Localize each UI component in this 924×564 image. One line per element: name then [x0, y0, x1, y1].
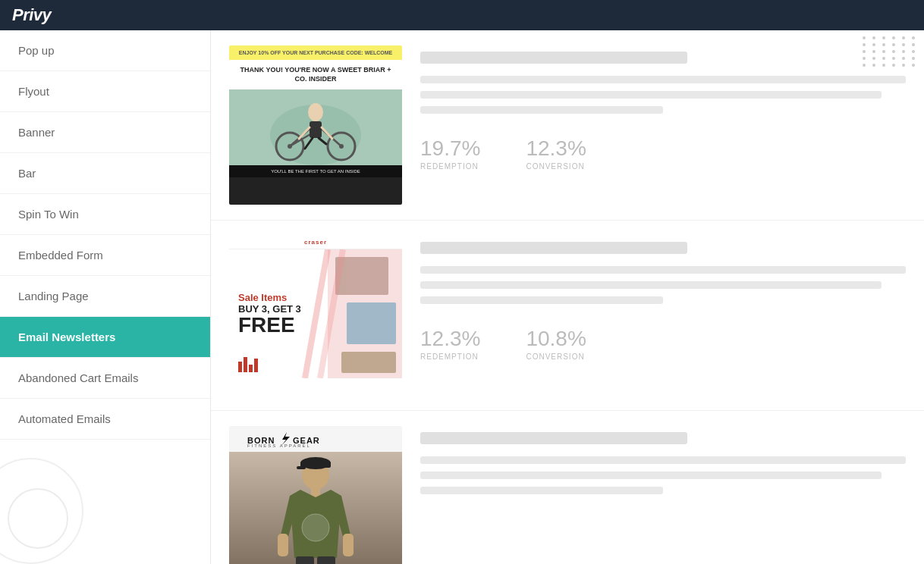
skeleton-title-3 — [420, 432, 687, 444]
stat-value-redemption-2: 12.3% — [420, 327, 480, 351]
campaign-card-2: craser — [211, 221, 924, 411]
campaign-info-1: 19.7% REDEMPTION 12.3% CONVERSION — [420, 45, 906, 205]
brand-header-3: BORN GEAR FITNESS APPAREL — [229, 426, 402, 452]
skeleton-line-4 — [420, 266, 906, 274]
sale-image: Sale Items BUY 3, GET 3 FREE — [229, 249, 402, 378]
decoration-circle-small — [8, 488, 68, 549]
campaign-image-1 — [229, 89, 402, 165]
sidebar-item-banner[interactable]: Banner — [0, 112, 210, 153]
skeleton-line-1 — [420, 76, 906, 83]
main-heading: THANK YOU! YOU'RE NOW A SWEET BRIAR + CO… — [237, 66, 394, 83]
logo: Privy — [12, 5, 51, 25]
sale-line1: Sale Items — [238, 292, 301, 303]
svg-rect-36 — [296, 556, 314, 564]
svg-rect-34 — [278, 534, 288, 556]
brand-logo-3: BORN GEAR FITNESS APPAREL — [234, 431, 398, 447]
sidebar-item-spin-to-win[interactable]: Spin To Win — [0, 194, 210, 235]
campaign-thumbnail-1: ENJOY 10% OFF YOUR NEXT PURCHASE CODE: W… — [229, 45, 402, 205]
skeleton-line-9 — [420, 487, 663, 494]
sale-line3: FREE — [238, 315, 301, 336]
promo-banner: ENJOY 10% OFF YOUR NEXT PURCHASE CODE: W… — [229, 45, 402, 60]
svg-rect-18 — [347, 302, 396, 344]
stat-value-conversion-2: 10.8% — [526, 327, 586, 351]
main-layout: Pop up Flyout Banner Bar Spin To Win Emb… — [0, 30, 924, 564]
dots-decoration — [863, 36, 918, 67]
campaign-thumbnail-2: craser — [229, 236, 402, 395]
stats-row-2: 12.3% REDEMPTION 10.8% CONVERSION — [420, 327, 906, 361]
svg-rect-37 — [317, 556, 335, 564]
svg-rect-10 — [310, 121, 322, 138]
stat-label-conversion-2: CONVERSION — [526, 352, 586, 361]
campaign-card-3: BORN GEAR FITNESS APPAREL — [211, 411, 924, 564]
campaign-card-1: ENJOY 10% OFF YOUR NEXT PURCHASE CODE: W… — [211, 30, 924, 221]
chart-bars — [238, 357, 258, 372]
stat-label-redemption-1: REDEMPTION — [420, 162, 480, 171]
campaign-list: ENJOY 10% OFF YOUR NEXT PURCHASE CODE: W… — [211, 30, 924, 564]
skeleton-line-7 — [420, 456, 906, 464]
stat-redemption-1: 19.7% REDEMPTION — [420, 136, 480, 171]
sidebar-item-embedded-form[interactable]: Embedded Form — [0, 235, 210, 276]
skeleton-line-8 — [420, 472, 882, 479]
svg-rect-31 — [297, 466, 306, 469]
stats-row-1: 19.7% REDEMPTION 12.3% CONVERSION — [420, 136, 906, 171]
skeleton-line-5 — [420, 281, 882, 289]
svg-text:FITNESS    APPAREL: FITNESS APPAREL — [247, 443, 311, 447]
campaign-image-3 — [229, 452, 402, 564]
stat-label-conversion-1: CONVERSION — [526, 162, 586, 171]
stat-conversion-2: 10.8% CONVERSION — [526, 327, 586, 361]
stat-redemption-2: 12.3% REDEMPTION — [420, 327, 480, 361]
svg-rect-19 — [341, 352, 396, 373]
skeleton-line-6 — [420, 296, 663, 304]
sidebar-item-email-newsletters[interactable]: Email Newsletters — [0, 317, 210, 358]
campaign-thumbnail-3: BORN GEAR FITNESS APPAREL — [229, 426, 402, 564]
sidebar-item-flyout[interactable]: Flyout — [0, 71, 210, 112]
svg-point-9 — [308, 103, 323, 121]
campaign-info-3 — [420, 426, 906, 564]
sidebar: Pop up Flyout Banner Bar Spin To Win Emb… — [0, 30, 211, 564]
stat-value-redemption-1: 19.7% — [420, 136, 480, 161]
top-nav: Privy — [0, 0, 924, 30]
svg-point-33 — [302, 514, 329, 541]
skeleton-title-1 — [420, 52, 687, 64]
sidebar-item-popup[interactable]: Pop up — [0, 30, 210, 71]
campaign-info-2: 12.3% REDEMPTION 10.8% CONVERSION — [420, 236, 906, 395]
stat-conversion-1: 12.3% CONVERSION — [526, 136, 586, 171]
stat-label-redemption-2: REDEMPTION — [420, 352, 480, 361]
main-content: ENJOY 10% OFF YOUR NEXT PURCHASE CODE: W… — [211, 30, 924, 564]
skeleton-title-2 — [420, 242, 687, 254]
stat-value-conversion-1: 12.3% — [526, 136, 586, 161]
svg-rect-35 — [343, 534, 354, 556]
skeleton-line-3 — [420, 106, 663, 114]
sidebar-item-abandoned-cart[interactable]: Abandoned Cart Emails — [0, 358, 210, 399]
brand-name-2: craser — [229, 236, 402, 249]
sidebar-item-bar[interactable]: Bar — [0, 153, 210, 194]
sidebar-item-landing-page[interactable]: Landing Page — [0, 276, 210, 317]
skeleton-line-2 — [420, 91, 882, 99]
sidebar-item-automated-emails[interactable]: Automated Emails — [0, 399, 210, 440]
bottom-text: YOU'LL BE THE FIRST TO GET AN INSIDE — [229, 165, 402, 177]
main-text-block: THANK YOU! YOU'RE NOW A SWEET BRIAR + CO… — [229, 60, 402, 89]
